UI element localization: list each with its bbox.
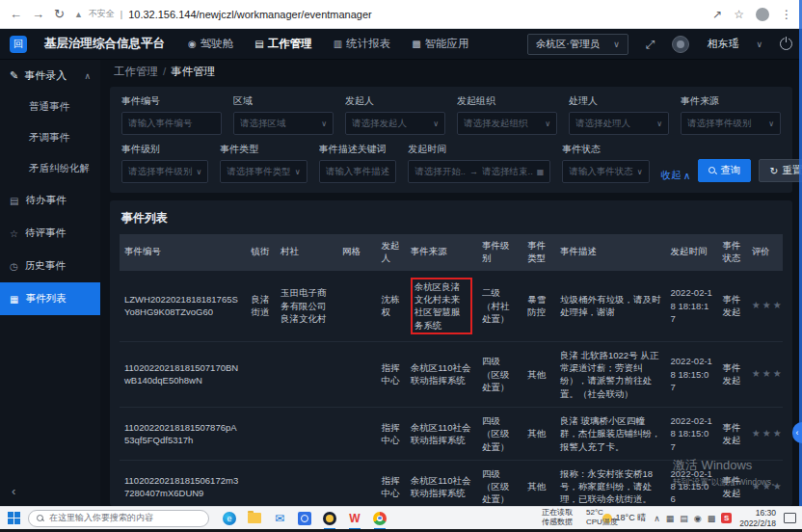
table-row[interactable]: 11020220218181507170BNwB140dqE50h8wN 指挥中… [120,341,783,407]
date-range-picker[interactable]: 请选择开始.. → 请选择结束.. ▦ [408,160,550,183]
fullscreen-icon[interactable]: ⤢ [646,38,655,51]
star-icon: ★ [752,300,762,310]
event-no-input[interactable]: 请输入事件编号 [121,112,222,135]
search-icon [708,167,716,174]
chrome-icon[interactable] [372,511,388,526]
region-select[interactable]: 请选择区域 ∨ [233,112,334,135]
logout-power-icon[interactable] [780,38,792,50]
filter-start-time: 发起时间 请选择开始.. → 请选择结束.. ▦ [408,143,550,183]
filter-initiator: 发起人 请选择发起人 ∨ [345,94,445,135]
collapse-filters-link[interactable]: 收起 ∧ [661,169,691,182]
reset-button[interactable]: ↻ 重置 [759,159,802,182]
tray-monitor-icon[interactable]: ▦ [666,514,675,523]
col-time: 发起时间 [666,234,718,271]
sidebar-item-dispute-resolve[interactable]: 矛盾纠纷化解 [0,153,100,184]
address-bar[interactable]: ▲ 不安全 | 10.32.156.144/newjczl/workmanage… [74,8,703,20]
nav-item-report[interactable]: ▥ 统计报表 [334,37,390,51]
apps-icon: ▩ [412,39,420,49]
file-explorer-icon[interactable] [247,511,262,526]
browser-reload-icon[interactable]: ↻ [54,7,65,21]
sidebar-item-todo-events[interactable]: ▤ 待办事件 [0,184,100,217]
chevron-left-icon: ‹ [796,428,799,438]
chevron-down-icon: ∨ [433,120,439,128]
sidebar-item-pending-review-events[interactable]: ☆ 待评事件 [0,217,100,250]
chevron-down-icon: ∨ [768,120,774,128]
security-warning-icon: ▲ [74,10,83,19]
initiator-select[interactable]: 请选择发起人 ∨ [345,112,445,135]
star-icon: ★ [773,300,784,310]
tray-expand-icon[interactable]: ∧ [654,514,660,523]
filter-initiator-org: 发起组织 请选择发起组织 ∨ [457,94,557,135]
avatar[interactable] [672,36,689,53]
sogou-input-icon[interactable]: S [721,513,732,523]
tray-usb-icon[interactable]: ▩ [708,514,716,523]
edge-icon[interactable]: e [222,511,237,526]
col-initiator: 发起人 [376,234,405,271]
chevron-down-icon: ∨ [637,168,643,176]
clock-icon: ◷ [10,261,18,272]
event-source-select[interactable]: 请选择事件级别 ∨ [681,112,781,135]
breadcrumb-current: 事件管理 [171,65,215,79]
sidebar-item-normal-event[interactable]: 普通事件 [0,92,100,122]
browser-forward-icon[interactable]: → [32,7,44,21]
col-village: 村社 [276,234,337,271]
user-chevron-down-icon[interactable]: ∨ [756,40,762,49]
chevron-down-icon: ∨ [321,120,327,128]
search-button[interactable]: 查询 [698,159,751,182]
col-town: 镇街 [247,234,276,271]
event-type-select[interactable]: 请选择事件类型 ∨ [220,160,307,183]
windows-activation-watermark: 激活 Windows 转到“设置”以激活 Windows。 [673,457,780,489]
reset-icon: ↻ [769,165,778,176]
breadcrumb-parent[interactable]: 工作管理 [114,65,158,79]
taskbar-clock[interactable]: 16:30 2022/2/18 [739,508,776,528]
initiator-org-select[interactable]: 请选择发起组织 ∨ [457,112,557,135]
filter-event-source: 事件来源 请选择事件级别 ∨ [681,94,781,135]
tray-volume-icon[interactable]: ◉ [694,514,702,523]
search-icon [37,515,44,522]
share-icon[interactable]: ↗ [712,8,722,21]
event-level-select[interactable]: 请选择事件级别 ∨ [121,160,208,183]
wps-icon[interactable]: W [347,511,362,526]
sidebar: ✎ 事件录入 ∧ 普通事件 矛调事件 矛盾纠纷化解 ▤ 待办事件 ☆ 待评事件 … [0,60,100,506]
sidebar-item-history-events[interactable]: ◷ 历史事件 [0,250,100,282]
sidebar-collapse-icon[interactable]: ‹ [12,484,15,498]
notification-center-icon[interactable] [784,513,796,523]
browser-profile-icon[interactable] [756,8,769,21]
star-icon: ★ [752,428,762,439]
table-row[interactable]: 11020220218181507876pA53qf5FQdf5317h 指挥中… [120,408,783,461]
tray-display-icon[interactable]: ▤ [680,514,688,523]
blue-app-icon[interactable] [297,511,312,526]
filter-event-no: 事件编号 请输入事件编号 [121,94,222,135]
sidebar-item-mediation-event[interactable]: 矛调事件 [0,122,100,153]
table-row[interactable]: LZWH2022021818181765SYo8HG9K08TZvoG60 良渚… [120,271,783,342]
rating-stars[interactable]: ★★★ [747,341,783,407]
nav-item-work-manage[interactable]: ▤ 工作管理 [254,37,311,51]
edit-icon: ✎ [10,69,18,82]
start-button[interactable] [8,512,21,525]
event-status-select[interactable]: 请输入事件状态 ∨ [562,160,649,183]
nav-item-dashboard[interactable]: ◉ 驾驶舱 [188,37,233,51]
nav-item-smart-apps[interactable]: ▩ 智能应用 [412,37,468,51]
breadcrumb: 工作管理 / 事件管理 [100,60,802,83]
role-select[interactable]: 余杭区·管理员 ∨ [527,34,628,55]
main-content: 工作管理 / 事件管理 事件编号 请输入事件编号 区域 请选择区域 ∨ [100,60,802,506]
filter-panel: 事件编号 请输入事件编号 区域 请选择区域 ∨ 发起人 请选择发起人 [110,87,792,193]
rating-stars[interactable]: ★★★ [747,271,783,342]
handler-select[interactable]: 请选择处理人 ∨ [569,112,669,135]
sidebar-item-event-list[interactable]: ▦ 事件列表 [0,282,100,315]
col-rating: 评价 [747,234,783,271]
sidebar-group-event-entry[interactable]: ✎ 事件录入 ∧ [0,60,100,92]
app-top-nav: 回 基层治理综合信息平台 ◉ 驾驶舱 ▤ 工作管理 ▥ 统计报表 ▩ 智能应用 … [0,29,802,60]
taskbar-search[interactable]: 在这里输入你要搜索的内容 [28,510,209,527]
rating-stars[interactable]: ★★★ [747,408,783,461]
filter-region: 区域 请选择区域 ∨ [233,94,334,135]
desc-keyword-input[interactable]: 请输入事件描述 [319,160,397,183]
username[interactable]: 相东瑶 [707,37,738,51]
mail-icon[interactable]: ✉ [272,511,287,526]
bookmark-icon[interactable]: ☆ [734,8,744,21]
screen: ← → ↻ ▲ 不安全 | 10.32.156.144/newjczl/work… [0,0,802,532]
chevron-down-icon: ∨ [656,120,662,128]
browser-menu-icon[interactable]: ⋮ [781,8,792,21]
browser-back-icon[interactable]: ← [10,7,22,21]
browser-app-icon[interactable] [322,511,337,526]
